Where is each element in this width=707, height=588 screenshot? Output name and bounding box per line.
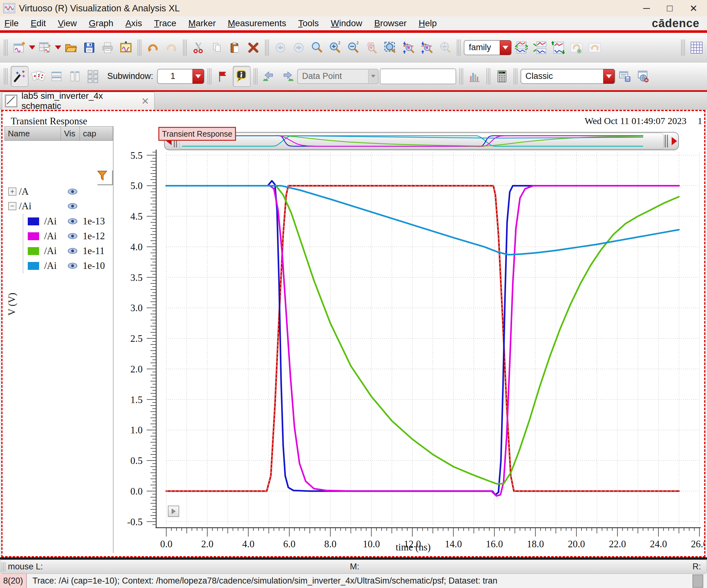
tree-group-Ai[interactable]: − /Ai	[4, 199, 113, 214]
tree-item-Ai-1e13[interactable]: /Ai 1e-13	[4, 214, 113, 229]
legend-col-name[interactable]: Name	[5, 127, 61, 140]
tab-close-icon[interactable]: ✕	[141, 96, 149, 107]
datapoint-combo[interactable]: Data Point	[297, 69, 378, 84]
filter-button[interactable]	[95, 168, 113, 185]
toolbar-grip[interactable]	[457, 39, 461, 56]
copy-button[interactable]	[208, 38, 225, 58]
legend-col-cap[interactable]: cap	[80, 127, 113, 140]
menu-file[interactable]: File	[4, 18, 19, 28]
paste-button[interactable]	[227, 38, 243, 58]
toolbar-grip[interactable]	[183, 39, 187, 56]
trace-color-swatch[interactable]	[28, 218, 39, 225]
print-button[interactable]	[99, 38, 116, 58]
cut-button[interactable]	[190, 38, 207, 58]
table-view-button[interactable]	[688, 38, 705, 58]
visibility-eye-icon[interactable]	[68, 189, 78, 195]
trace-color-swatch[interactable]	[28, 247, 39, 255]
save-session-button[interactable]	[616, 66, 634, 87]
appearance-combo-dropdown[interactable]	[603, 69, 614, 84]
zoom-fit-button[interactable]	[308, 38, 326, 58]
appearance-combo[interactable]: Classic	[520, 69, 615, 84]
toolbar-grip[interactable]	[254, 68, 258, 85]
tree-item-Ai-1e12[interactable]: /Ai 1e-12	[4, 229, 113, 243]
zoom-box-button[interactable]	[382, 38, 399, 58]
menu-axis[interactable]: Axis	[125, 18, 142, 28]
expand-icon[interactable]: +	[8, 188, 16, 196]
reload-plot-button[interactable]	[568, 38, 585, 58]
vertical-strips-button[interactable]	[66, 66, 83, 87]
menu-graph[interactable]: Graph	[89, 18, 113, 28]
delete-button[interactable]	[245, 38, 262, 58]
menu-measurements[interactable]: Measurements	[228, 18, 286, 28]
forward-button[interactable]	[290, 38, 307, 58]
redo-button[interactable]	[163, 38, 180, 58]
visibility-eye-icon[interactable]	[68, 203, 78, 209]
snapshot-button[interactable]	[117, 38, 134, 58]
info-balloon-button[interactable]	[233, 66, 250, 87]
subwindow-combo[interactable]: 1	[157, 69, 204, 84]
calculator-button[interactable]	[494, 66, 510, 87]
panel-divider[interactable]	[113, 126, 113, 553]
toolbar-grip[interactable]	[4, 39, 7, 56]
menu-tools[interactable]: Tools	[298, 18, 318, 28]
strip-split-button[interactable]	[513, 38, 530, 58]
collapse-icon[interactable]: −	[8, 202, 16, 210]
trace-color-swatch[interactable]	[28, 232, 39, 240]
datapoint-value-field[interactable]	[380, 68, 456, 84]
visibility-eye-icon[interactable]	[68, 263, 78, 269]
undo-button[interactable]	[144, 38, 162, 58]
toolbar-grip[interactable]	[514, 68, 517, 85]
toolbar-grip[interactable]	[208, 68, 211, 85]
open-button[interactable]	[63, 38, 79, 58]
menu-trace[interactable]: Trace	[154, 18, 176, 28]
trace-color-swatch[interactable]	[28, 262, 39, 270]
menu-marker[interactable]: Marker	[188, 18, 216, 28]
toolbar-grip[interactable]	[486, 68, 490, 85]
strip-move-button[interactable]	[549, 38, 567, 58]
zoom-in-2x-button[interactable]: 2	[327, 38, 344, 58]
menu-help[interactable]: Help	[419, 18, 437, 28]
reload-all-button[interactable]	[586, 38, 603, 58]
play-button[interactable]	[168, 505, 179, 517]
zoom-out-2x-button[interactable]: 2	[345, 38, 362, 58]
unload-results-button[interactable]	[635, 66, 652, 87]
tree-group-A[interactable]: + /A	[4, 184, 113, 199]
cards-button[interactable]	[30, 66, 47, 87]
tab-sim-inverter[interactable]: lab5 sim_inverter_4x schematic ✕	[2, 92, 155, 110]
zoom-y-manual-button[interactable]	[418, 38, 435, 58]
new-window-button[interactable]	[11, 38, 28, 58]
zoom-pulse-button[interactable]	[364, 38, 380, 58]
toolbar-grip[interactable]	[459, 68, 463, 85]
strip-combine-button[interactable]	[531, 38, 548, 58]
flag-button[interactable]	[214, 66, 232, 87]
visibility-eye-icon[interactable]	[68, 233, 78, 239]
save-button[interactable]	[81, 38, 98, 58]
visibility-eye-icon[interactable]	[68, 218, 78, 224]
new-subwindow-button[interactable]	[37, 38, 54, 58]
wand-mode-button[interactable]	[11, 66, 28, 87]
menu-edit[interactable]: Edit	[31, 18, 46, 28]
menu-view[interactable]: View	[58, 18, 77, 28]
legend-col-vis[interactable]: Vis	[61, 127, 80, 140]
subwindow-combo-dropdown[interactable]	[193, 69, 204, 84]
plot-title-badge[interactable]: Transient Response	[158, 127, 236, 141]
menu-browser[interactable]: Browser	[374, 18, 407, 28]
tree-item-Ai-1e10[interactable]: /Ai 1e-10	[4, 259, 113, 273]
zoom-y-fit-button[interactable]	[400, 38, 417, 58]
waveform-chart[interactable]: -0.50.00.51.01.52.02.53.03.54.04.55.05.5…	[115, 124, 705, 557]
status-resize-grip[interactable]	[693, 575, 703, 588]
toolbar-grip[interactable]	[138, 39, 141, 56]
grid-layout-button[interactable]	[85, 66, 102, 87]
previous-point-button[interactable]	[261, 66, 278, 87]
horizontal-strips-button[interactable]	[48, 66, 65, 87]
visibility-eye-icon[interactable]	[68, 248, 78, 254]
minimize-button[interactable]: ─	[643, 3, 649, 13]
datapoint-combo-dropdown[interactable]	[368, 70, 378, 83]
toolbar-grip[interactable]	[265, 39, 269, 56]
tree-item-Ai-1e11[interactable]: /Ai 1e-11	[4, 244, 113, 258]
menu-window[interactable]: Window	[331, 18, 363, 28]
toolbar-grip[interactable]	[681, 39, 685, 56]
new-subwindow-dropdown-arrow[interactable]	[55, 45, 61, 50]
maximize-button[interactable]: □	[667, 3, 673, 13]
family-combo-dropdown[interactable]	[500, 40, 511, 55]
